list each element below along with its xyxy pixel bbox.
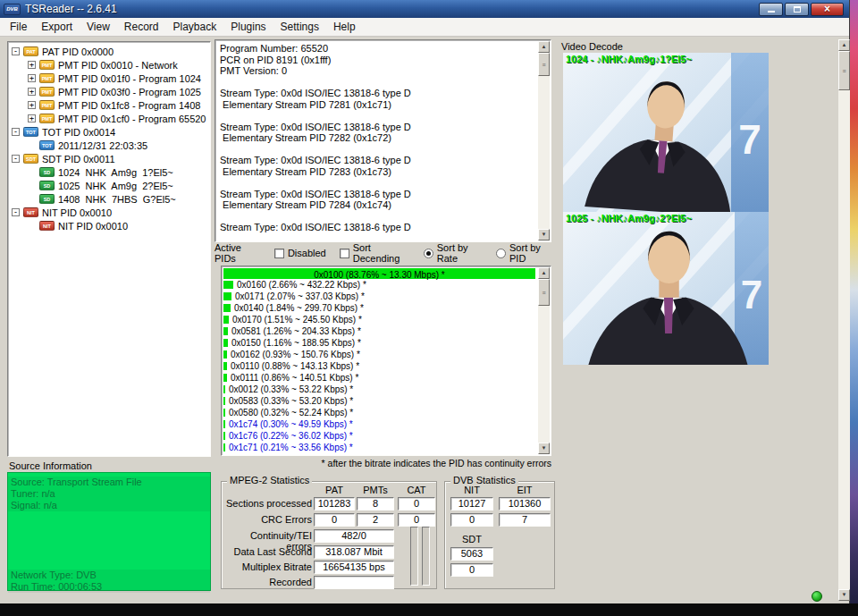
- sort-option-disabled[interactable]: Disabled: [274, 248, 326, 258]
- tree-item[interactable]: SD1408 NHK 7HBS G?El5~: [8, 192, 210, 206]
- buffer-meter: [422, 527, 430, 586]
- expand-plus-icon[interactable]: +: [28, 61, 36, 69]
- pid-row[interactable]: 0x0162 (0.93% ~ 150.76 Kbps) *: [222, 349, 538, 360]
- expand-plus-icon[interactable]: +: [28, 74, 36, 82]
- stat-value: 101360: [499, 497, 551, 511]
- pid-tree-panel[interactable]: -PATPAT PID 0x0000+PMTPMT PID 0x0010 - N…: [7, 41, 211, 457]
- checkbox-icon: [274, 249, 284, 258]
- tree-item[interactable]: +PMTPMT PID 0x1cf0 - Program 65520: [8, 112, 210, 125]
- menu-item-record[interactable]: Record: [117, 19, 166, 35]
- scrollbar-thumb[interactable]: [538, 53, 550, 76]
- tree-item[interactable]: NITNIT PID 0x0010: [8, 219, 210, 232]
- window-title: TSReader -- 2.6.41: [25, 3, 117, 15]
- pid-row[interactable]: 0x0111 (0.86% ~ 140.51 Kbps) *: [222, 372, 538, 384]
- pid-row[interactable]: 0x0583 (0.33% ~ 53.20 Kbps) *: [222, 395, 538, 407]
- tree-item-label: 1408 NHK 7HBS G?El5~: [58, 194, 176, 205]
- menu-item-settings[interactable]: Settings: [273, 19, 326, 35]
- video-thumbnail-1025: 7 1025 - ♪NHK♪Am9g♪2?El5~: [563, 212, 769, 365]
- pid-row[interactable]: 0x0110 (0.88% ~ 143.13 Kbps) *: [222, 360, 538, 372]
- continuity-errors-note: * after the bitrate indicates the PID ha…: [214, 458, 551, 468]
- scroll-down-icon[interactable]: ▼: [538, 443, 550, 454]
- expand-minus-icon[interactable]: -: [12, 155, 20, 163]
- stat-value: 10127: [450, 497, 493, 511]
- tree-item[interactable]: -NITNIT PID 0x0010: [8, 206, 210, 219]
- sort-option-sort-by-rate[interactable]: Sort by Rate: [424, 242, 483, 264]
- tree-item[interactable]: +PMTPMT PID 0x0010 - Network: [8, 58, 210, 72]
- sort-option-sort-by-pid[interactable]: Sort by PID: [496, 242, 551, 264]
- desktop-bottom-strip: [0, 603, 858, 616]
- pid-row[interactable]: 0x0150 (1.16% ~ 188.95 Kbps) *: [222, 337, 538, 349]
- pid-row[interactable]: 0x0012 (0.33% ~ 53.22 Kbps) *: [222, 384, 538, 395]
- desktop-wallpaper-strip: [850, 0, 858, 603]
- pmt-table-icon: PMT: [39, 100, 55, 110]
- menu-item-file[interactable]: File: [3, 19, 34, 35]
- tree-item[interactable]: +PMTPMT PID 0x1fc8 - Program 1408: [8, 98, 210, 112]
- pid-label: 0x0580 (0.32% ~ 52.24 Kbps) *: [229, 408, 353, 418]
- tot-table-icon: TOT: [23, 127, 38, 137]
- pid-row[interactable]: 0x0100 (83.76% ~ 13.30 Mbps) *: [222, 267, 538, 279]
- menu-item-playback[interactable]: Playback: [166, 19, 224, 35]
- menu-item-help[interactable]: Help: [326, 19, 363, 35]
- pid-row[interactable]: 0x0580 (0.32% ~ 52.24 Kbps) *: [222, 407, 538, 418]
- source-info-line: [8, 546, 210, 558]
- expand-minus-icon[interactable]: -: [12, 47, 20, 55]
- tree-item[interactable]: -PATPAT PID 0x0000: [8, 45, 210, 58]
- pid-row[interactable]: 0x0140 (1.84% ~ 299.70 Kbps) *: [222, 302, 538, 314]
- data-flow-indicator: [812, 591, 822, 602]
- mpeg2-statistics-title: MPEG-2 Statistics: [227, 475, 312, 485]
- close-button[interactable]: ×: [811, 3, 844, 16]
- tree-item[interactable]: TOT2011/12/31 22:03:35: [8, 139, 210, 152]
- scroll-down-icon[interactable]: ▼: [538, 229, 550, 240]
- expand-plus-icon[interactable]: +: [28, 114, 36, 122]
- expand-minus-icon[interactable]: -: [12, 128, 20, 136]
- video-feed-label: 1025 - ♪NHK♪Am9g♪2?El5~: [566, 213, 692, 224]
- dvb-statistics-group: DVB Statistics NIT EIT 10127 101360 0 7 …: [444, 481, 555, 589]
- scroll-down-icon[interactable]: ▼: [838, 589, 850, 601]
- title-bar[interactable]: DVB TSReader -- 2.6.41 ×: [0, 0, 849, 18]
- scrollbar-thumb[interactable]: [838, 51, 850, 90]
- minimize-icon: [768, 11, 775, 13]
- tree-item-label: PMT PID 0x1fc8 - Program 1408: [58, 100, 200, 111]
- scrollbar-thumb[interactable]: [538, 279, 550, 306]
- pid-row[interactable]: 0x1c76 (0.22% ~ 36.02 Kbps) *: [222, 430, 538, 442]
- maximize-button[interactable]: [785, 3, 809, 16]
- scroll-up-icon[interactable]: ▲: [838, 39, 850, 51]
- scroll-up-icon[interactable]: ▲: [538, 41, 550, 53]
- menu-item-view[interactable]: View: [80, 19, 117, 35]
- tree-item[interactable]: SD1024 NHK Am9g 1?El5~: [8, 165, 210, 179]
- bitrate-bar: [223, 327, 228, 335]
- menu-item-plugins[interactable]: Plugins: [223, 19, 273, 35]
- scroll-up-icon[interactable]: ▲: [538, 267, 550, 279]
- pid-row[interactable]: 0x0581 (1.26% ~ 204.33 Kbps) *: [222, 325, 538, 337]
- pid-row[interactable]: 0x0160 (2.66% ~ 432.22 Kbps) *: [222, 279, 538, 291]
- minimize-button[interactable]: [759, 3, 783, 16]
- menu-item-export[interactable]: Export: [34, 19, 80, 35]
- program-info-scrollbar[interactable]: ▲ ▼: [538, 41, 550, 240]
- pid-label: 0x0140 (1.84% ~ 299.70 Kbps) *: [234, 303, 364, 313]
- pid-row[interactable]: 0x0171 (2.07% ~ 337.03 Kbps) *: [222, 291, 538, 302]
- expand-plus-icon[interactable]: +: [28, 101, 36, 109]
- pid-row[interactable]: 0x0170 (1.51% ~ 245.50 Kbps) *: [222, 314, 538, 325]
- video-panel-scrollbar[interactable]: ▲ ▼: [838, 39, 850, 601]
- tree-item-label: PAT PID 0x0000: [42, 46, 114, 57]
- sort-option-sort-decending[interactable]: Sort Decending: [340, 242, 410, 264]
- tree-item[interactable]: +PMTPMT PID 0x01f0 - Program 1024: [8, 72, 210, 85]
- pid-list-scrollbar[interactable]: ▲ ▼: [538, 267, 550, 454]
- tree-item-label: PMT PID 0x1cf0 - Program 65520: [58, 114, 206, 124]
- video-decode-label: Video Decode: [561, 41, 623, 52]
- expand-minus-icon[interactable]: -: [12, 208, 20, 216]
- stat-label-sections-processed: Sections processed: [223, 498, 312, 509]
- tree-item[interactable]: -TOTTOT PID 0x0014: [8, 125, 210, 139]
- pid-label: 0x0162 (0.93% ~ 150.76 Kbps) *: [231, 350, 360, 359]
- stat-value: 2: [357, 513, 394, 527]
- expand-plus-icon[interactable]: +: [28, 88, 36, 96]
- program-info-text: Program Number: 65520 PCR on PID 8191 (0…: [215, 40, 538, 241]
- mpeg2-statistics-group: MPEG-2 Statistics PAT PMTs CAT Sections …: [221, 481, 437, 589]
- tree-item[interactable]: SD1025 NHK Am9g 2?El5~: [8, 179, 210, 192]
- active-pids-list[interactable]: 0x0100 (83.76% ~ 13.30 Mbps) *0x0160 (2.…: [221, 266, 551, 456]
- pid-row[interactable]: 0x1c74 (0.30% ~ 49.59 Kbps) *: [222, 418, 538, 430]
- source-info-line: [8, 511, 210, 523]
- tree-item[interactable]: +PMTPMT PID 0x03f0 - Program 1025: [8, 85, 210, 98]
- tree-item[interactable]: -SDTSDT PID 0x0011: [8, 152, 210, 165]
- pid-row[interactable]: 0x1c71 (0.21% ~ 33.56 Kbps) *: [222, 442, 538, 453]
